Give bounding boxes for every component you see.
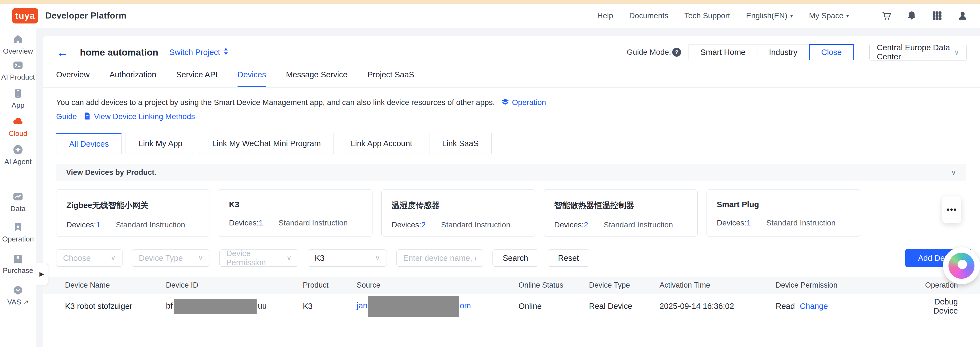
sidebar-expand-handle[interactable]: ▶ (36, 263, 48, 285)
device-source-tabs: All Devices Link My App Link My WeChat M… (56, 133, 967, 154)
col-operation: Operation (908, 281, 958, 290)
instruction-label: Standard Instruction (441, 220, 511, 229)
product-card-radiator-thermostat[interactable]: 智能散热器恒温控制器 Devices:2 Standard Instructio… (544, 189, 698, 237)
view-device-linking-methods-link[interactable]: View Device Linking Methods (94, 112, 195, 121)
product-card-zigbee-gateway[interactable]: Zigbee无线智能小网关 Devices:1 Standard Instruc… (56, 189, 210, 237)
intro-text: You can add devices to a project by usin… (56, 96, 557, 124)
sidebar-item-purchase[interactable]: Purchase (0, 253, 36, 275)
tuya-logo-text: tuya (15, 11, 35, 21)
instruction-label: Standard Instruction (766, 219, 836, 227)
sidebar-item-cloud[interactable]: Cloud (0, 116, 36, 138)
sidebar-item-operation[interactable]: Operation (0, 222, 36, 243)
help-question-icon[interactable]: ? (672, 48, 681, 57)
devices-table-header: Device Name Device ID Product Source Onl… (43, 277, 980, 294)
mode-close-button[interactable]: Close (809, 44, 854, 60)
devices-table: Device Name Device ID Product Source Onl… (43, 277, 980, 319)
app-header: tuya Developer Platform Help Documents T… (0, 4, 980, 28)
tab-all-devices[interactable]: All Devices (56, 133, 122, 154)
sidebar-item-ai-agent[interactable]: AI Agent (0, 144, 36, 166)
products-section: View Devices by Product. ∨ Zigbee无线智能小网关… (56, 164, 966, 237)
col-device-name: Device Name (65, 281, 166, 290)
debug-device-link[interactable]: Debug Device (908, 297, 958, 315)
mode-industry-button[interactable]: Industry (757, 44, 810, 60)
sidebar-item-overview[interactable]: Overview (0, 34, 36, 55)
instruction-label: Standard Instruction (116, 220, 185, 229)
devices-count-label: Devices:2 (554, 220, 588, 229)
sidebar-item-vas[interactable]: VAS ↗ (0, 285, 36, 306)
product-card-temp-humidity-sensor[interactable]: 温湿度传感器 Devices:2 Standard Instruction (381, 189, 535, 237)
cart-icon[interactable] (881, 11, 891, 21)
nav-tech-support[interactable]: Tech Support (684, 11, 730, 20)
my-space-dropdown[interactable]: My Space ▾ (809, 11, 849, 20)
sidebar-item-data[interactable]: Data (0, 191, 36, 213)
device-permission-select[interactable]: Device Permission ∨ (219, 249, 298, 266)
external-link-icon: ↗ (23, 298, 29, 306)
chevron-down-icon: ∨ (375, 254, 380, 262)
notification-bell-icon[interactable] (907, 11, 917, 21)
mode-smart-home-button[interactable]: Smart Home (689, 44, 757, 60)
tab-authorization[interactable]: Authorization (110, 70, 156, 87)
source-link[interactable]: janom (357, 301, 471, 310)
brand-title: Developer Platform (45, 11, 126, 21)
tab-link-wechat-mini-program[interactable]: Link My WeChat Mini Program (199, 133, 334, 154)
product-select[interactable]: K3 ∨ (308, 249, 387, 266)
guide-book-icon (501, 97, 509, 110)
tab-message-service[interactable]: Message Service (286, 70, 347, 87)
document-icon (83, 111, 91, 124)
redaction-box (368, 296, 459, 317)
col-product: Product (303, 281, 357, 290)
tab-link-app-account[interactable]: Link App Account (337, 133, 425, 154)
tab-link-saas[interactable]: Link SaaS (429, 133, 492, 154)
chevron-down-icon: ∨ (954, 48, 959, 57)
browser-extension-swirl-logo[interactable] (943, 247, 980, 284)
tab-project-saas[interactable]: Project SaaS (368, 70, 414, 87)
col-device-id: Device ID (166, 281, 303, 290)
tab-link-my-app[interactable]: Link My App (126, 133, 195, 154)
view-devices-by-product-header[interactable]: View Devices by Product. ∨ (56, 164, 966, 181)
language-dropdown[interactable]: English(EN) ▾ (746, 11, 793, 20)
product-card-k3[interactable]: K3 Devices:1 Standard Instruction (219, 189, 372, 237)
account-avatar-icon[interactable] (957, 11, 968, 21)
chevron-down-icon: ▾ (846, 13, 849, 19)
reset-button[interactable]: Reset (548, 249, 589, 266)
more-products-button[interactable]: ••• (942, 196, 961, 223)
search-button[interactable]: Search (493, 249, 538, 266)
content-panel: ← home automation Switch Project Guide M… (43, 36, 980, 347)
tab-devices[interactable]: Devices (237, 70, 266, 87)
devices-count-label: Devices:2 (391, 220, 426, 229)
back-arrow-button[interactable]: ← (56, 47, 69, 58)
cell-source: janom (357, 299, 519, 314)
redaction-box (173, 299, 257, 314)
phone-icon (12, 88, 24, 99)
device-search-input[interactable] (396, 249, 483, 266)
sidebar-item-ai-product[interactable]: AI Product (0, 60, 36, 81)
device-type-select[interactable]: Device Type ∨ (132, 249, 210, 266)
expand-arrow-icon: ▶ (40, 271, 44, 278)
product-card-smart-plug[interactable]: Smart Plug Devices:1 Standard Instructio… (706, 189, 860, 237)
change-permission-link[interactable]: Change (800, 302, 828, 311)
tab-service-api[interactable]: Service API (176, 70, 218, 87)
cell-device-permission: ReadChange (776, 302, 908, 311)
project-tabs: Overview Authorization Service API Devic… (43, 61, 980, 87)
home-icon (12, 34, 24, 45)
box-icon (12, 253, 24, 264)
nav-documents[interactable]: Documents (629, 11, 668, 20)
device-filter-row: Choose ∨ Device Type ∨ Device Permission… (56, 249, 967, 266)
terminal-icon (12, 60, 24, 71)
cell-device-name: K3 robot stofzuiger (65, 302, 166, 311)
switch-project-link[interactable]: Switch Project (169, 48, 228, 57)
sidebar: Overview AI Product App Cloud AI Agent (0, 28, 36, 347)
nav-help[interactable]: Help (597, 11, 613, 20)
apps-grid-icon[interactable] (932, 11, 942, 21)
header-nav: Help Documents Tech Support English(EN) … (597, 11, 968, 21)
choose-select[interactable]: Choose ∨ (56, 249, 123, 266)
sidebar-item-app[interactable]: App (0, 88, 36, 110)
guide-mode-switch: Smart Home Industry Close (689, 44, 854, 60)
cell-online-status: Online (519, 302, 589, 311)
tab-overview[interactable]: Overview (56, 70, 90, 87)
tuya-logo[interactable]: tuya (12, 8, 38, 24)
tuya-developer-platform: tuya Developer Platform Help Documents T… (0, 0, 980, 347)
instruction-label: Standard Instruction (604, 220, 673, 229)
col-device-permission: Device Permission (776, 281, 908, 290)
datacenter-select[interactable]: Central Europe Data Center ∨ (869, 44, 967, 61)
